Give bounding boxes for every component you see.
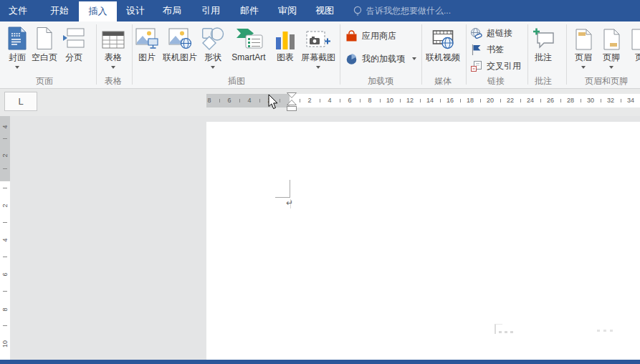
footer-button[interactable]: 页脚 (598, 24, 625, 69)
tab-design[interactable]: 设计 (122, 0, 149, 21)
page-number-icon (631, 24, 640, 50)
group-separator (340, 24, 340, 85)
dropdown-arrow-icon (15, 66, 19, 69)
dropdown-arrow-icon (609, 66, 613, 69)
hyperlink-label: 超链接 (487, 27, 512, 39)
left-indent-marker[interactable] (287, 106, 297, 111)
dropdown-arrow-icon (211, 66, 215, 69)
group-label-tables: 表格 (85, 75, 142, 87)
tell-me-box[interactable]: 告诉我您想要做什么... (366, 0, 451, 21)
pictures-button[interactable]: 图片 (134, 24, 160, 63)
store-button[interactable]: 应用商店 (345, 29, 396, 42)
ribbon: 封面 空白页 分页 页面 (0, 21, 640, 89)
store-label: 应用商店 (362, 30, 396, 42)
group-label-header-footer: 页眉和页脚 (567, 75, 640, 87)
page-number-button[interactable]: 页 (625, 24, 640, 63)
screenshot-button[interactable]: 屏幕截图 (299, 24, 338, 69)
tab-review[interactable]: 审阅 (274, 0, 301, 21)
hyperlink-icon (470, 27, 482, 39)
tab-file[interactable]: 文件 (4, 0, 32, 21)
ruler-ticks (3, 188, 7, 364)
ruler-ticks (3, 138, 7, 170)
ribbon-tab-bar: 文件 开始 插入 设计 布局 引用 邮件 审阅 视图 告诉我您想要做什么... (0, 0, 640, 21)
document-page[interactable]: ↵ (206, 122, 640, 364)
dropdown-arrow-icon (581, 66, 586, 69)
faint-watermark (499, 331, 516, 333)
ruler-number: 8 (206, 94, 213, 107)
tab-home[interactable]: 开始 (46, 0, 73, 21)
header-icon (575, 24, 592, 50)
cross-reference-icon (470, 60, 482, 72)
group-label-comments: 批注 (515, 75, 572, 87)
header-label: 页眉 (575, 52, 592, 63)
comment-icon (532, 24, 555, 50)
table-button[interactable]: 表格 (99, 24, 128, 69)
group-label-illustrations: 插图 (208, 75, 265, 87)
dropdown-arrow-icon (412, 57, 416, 60)
first-line-indent-marker[interactable] (287, 92, 297, 98)
chart-button[interactable]: 图表 (272, 24, 299, 63)
tab-references[interactable]: 引用 (197, 0, 224, 21)
margin-crop-mark (290, 180, 290, 198)
footer-icon (603, 24, 620, 50)
faint-watermark (597, 330, 616, 332)
ruler-area: L 8 6 4 2 2 4 6 8 10 12 14 16 18 20 22 2… (0, 90, 640, 116)
bookmark-button[interactable]: 书签 (470, 43, 504, 56)
smartart-button[interactable]: SmartArt (227, 24, 270, 63)
my-addins-icon (345, 53, 358, 65)
comment-label: 批注 (535, 52, 552, 63)
blank-page-button[interactable]: 空白页 (30, 24, 59, 63)
smartart-icon (234, 24, 263, 50)
store-icon (345, 30, 358, 42)
paragraph-mark: ↵ (286, 198, 293, 208)
group-label-media: 媒体 (414, 75, 472, 87)
cover-page-button[interactable]: 封面 (3, 24, 32, 69)
page-break-button[interactable]: 分页 (59, 24, 89, 63)
screenshot-icon (306, 24, 331, 50)
group-label-addins: 加载项 (352, 75, 409, 87)
lightbulb-icon (352, 4, 363, 17)
cover-page-label: 封面 (9, 52, 26, 63)
cover-page-icon (8, 24, 27, 50)
page-break-label: 分页 (65, 52, 82, 63)
online-video-button[interactable]: 联机视频 (424, 24, 462, 63)
hanging-indent-marker[interactable] (287, 100, 297, 105)
online-video-icon (432, 24, 454, 50)
group-separator (466, 24, 467, 85)
document-canvas: ↵ 4 2 2 4 6 8 10 (0, 116, 640, 364)
mouse-cursor (268, 94, 279, 110)
cross-reference-label: 交叉引用 (487, 60, 521, 72)
shapes-label: 形状 (204, 52, 221, 63)
blank-page-icon (36, 24, 53, 50)
tab-insert[interactable]: 插入 (79, 1, 117, 21)
shapes-button[interactable]: 形状 (200, 24, 226, 69)
my-addins-label: 我的加载项 (362, 53, 405, 65)
cross-reference-button[interactable]: 交叉引用 (470, 59, 521, 72)
tab-mailings[interactable]: 邮件 (236, 0, 263, 21)
online-pictures-label: 联机图片 (163, 52, 197, 63)
tab-layout[interactable]: 布局 (158, 0, 186, 21)
tab-stop-selector[interactable]: L (4, 92, 37, 111)
header-button[interactable]: 页眉 (569, 24, 598, 69)
group-separator (132, 24, 133, 85)
online-pictures-button[interactable]: 联机图片 (161, 24, 199, 63)
tab-view[interactable]: 视图 (311, 0, 338, 21)
pictures-label: 图片 (138, 52, 156, 63)
dropdown-arrow-icon (111, 66, 115, 69)
hyperlink-button[interactable]: 超链接 (470, 27, 512, 39)
bookmark-label: 书签 (487, 44, 504, 56)
chart-label: 图表 (277, 52, 294, 63)
comment-button[interactable]: 批注 (527, 24, 559, 63)
word-window: 文件 开始 插入 设计 布局 引用 邮件 审阅 视图 告诉我您想要做什么... (0, 0, 640, 364)
table-icon (102, 24, 125, 50)
online-pictures-icon (168, 24, 192, 50)
screenshot-label: 屏幕截图 (301, 52, 335, 63)
my-addins-button[interactable]: 我的加载项 (345, 52, 416, 65)
smartart-label: SmartArt (231, 52, 265, 63)
page-break-icon (62, 24, 85, 50)
status-bar (0, 360, 640, 364)
ruler-ticks (300, 99, 631, 102)
dropdown-arrow-icon (316, 66, 320, 69)
footer-label: 页脚 (603, 52, 620, 63)
shapes-icon (201, 24, 225, 50)
